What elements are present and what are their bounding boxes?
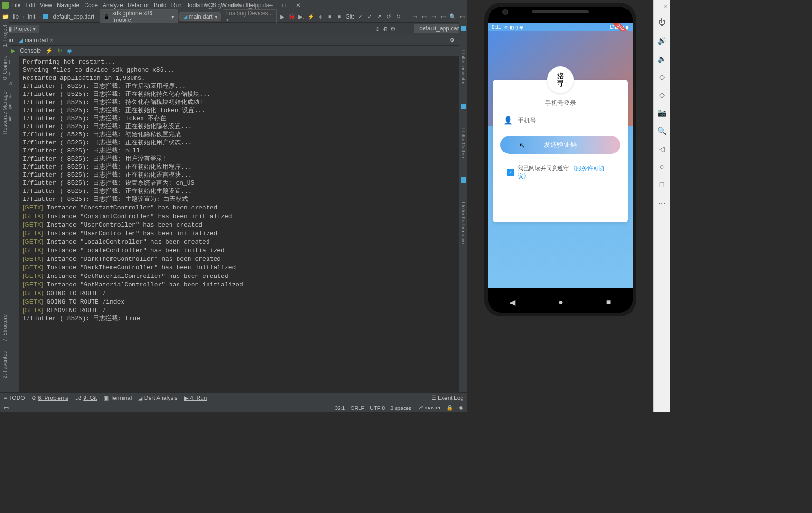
gear-icon[interactable]: ⚙ xyxy=(390,26,396,32)
settings-icon[interactable]: ▭ xyxy=(459,13,465,20)
strip-favorites[interactable]: 2: Favorites xyxy=(2,351,8,378)
layout-icon[interactable]: ▭ xyxy=(430,13,437,20)
emu-close[interactable]: ✕ xyxy=(664,4,668,9)
volume-icon[interactable]: 🔊 xyxy=(657,36,667,45)
run-tab-main[interactable]: ◢ main.dart × xyxy=(15,37,57,44)
inspector-icon[interactable]: ◉ xyxy=(459,405,463,411)
emu-min[interactable]: — xyxy=(656,4,661,9)
tab-problems[interactable]: ⊘ 6: Problems xyxy=(32,395,68,401)
flutter-icon[interactable] xyxy=(461,177,466,183)
tab-terminal[interactable]: ▣ Terminal xyxy=(104,395,132,401)
menu-view[interactable]: View xyxy=(40,2,52,9)
left-tool-strip: 1: Project 0: Commit Resource Manager 7:… xyxy=(0,22,9,392)
attach-icon[interactable]: ⎆ xyxy=(317,13,323,20)
strip-perf[interactable]: Flutter Performance xyxy=(461,202,466,244)
encoding[interactable]: UTF-8 xyxy=(370,405,385,411)
agree-checkbox[interactable]: ✓ xyxy=(507,169,514,176)
git-update-icon[interactable]: ✓ xyxy=(357,13,364,20)
strip-project[interactable]: 1: Project xyxy=(2,25,8,47)
hide-icon[interactable]: — xyxy=(398,26,404,32)
more-icon[interactable]: ⋯ xyxy=(657,198,667,208)
hot-reload-icon[interactable]: ⚡ xyxy=(307,13,314,20)
stop-icon[interactable]: ■ xyxy=(326,13,333,20)
flutter-icon[interactable] xyxy=(461,26,466,31)
tab-dart[interactable]: ◢ Dart Analysis xyxy=(138,395,177,401)
coverage-icon[interactable]: ▶. xyxy=(298,13,304,20)
home-icon[interactable]: ○ xyxy=(657,162,667,171)
menu-edit[interactable]: Edit xyxy=(25,2,35,9)
tab-todo[interactable]: ≡ TODO xyxy=(4,395,25,401)
avd-icon[interactable]: ▭ xyxy=(411,13,418,20)
indent[interactable]: 2 spaces xyxy=(390,405,411,411)
menu-code[interactable]: Code xyxy=(84,2,98,9)
menu-file[interactable]: FFileile xyxy=(11,2,20,9)
target-icon[interactable]: ⊙ xyxy=(375,26,380,32)
back-icon[interactable]: ◁ xyxy=(657,144,667,153)
console-tab[interactable]: Console xyxy=(20,48,41,54)
tab-git[interactable]: ⎇ 9: Git xyxy=(75,395,97,401)
run-icon[interactable]: ▶ xyxy=(279,13,285,20)
event-log[interactable]: ☰ Event Log xyxy=(431,395,463,401)
window-maximize[interactable]: □ xyxy=(277,2,291,9)
loading-devices[interactable]: Loading Devices... ▾ xyxy=(223,9,277,24)
console-output[interactable]: Performing hot restart... Syncing files … xyxy=(19,56,467,392)
phone-icon: 📱 xyxy=(103,13,110,20)
nav-home[interactable]: ● xyxy=(558,298,563,306)
agree-row: ✓ 我已阅读并同意遵守 《服务许可协议》 xyxy=(507,164,614,180)
phone-screen-container: 5:11 ⚙ ◧ ▯ ◉ LTE ◢ ▮ DEBUG 骆 寻 手机号登录 xyxy=(488,7,633,313)
nav-recents[interactable]: ■ xyxy=(606,298,611,306)
debug-icon[interactable]: 🐞 xyxy=(288,13,295,20)
nav-back[interactable]: ◀ xyxy=(510,298,515,307)
crumb-lib[interactable]: lib xyxy=(11,13,20,20)
run-config-select[interactable]: ◢ main.dart▾ xyxy=(179,12,221,21)
rerun-icon[interactable]: ▶ xyxy=(11,48,15,54)
strip-commit[interactable]: 0: Commit xyxy=(2,56,8,80)
rotate-right-icon[interactable]: ◇ xyxy=(657,90,667,99)
person-icon: 👤 xyxy=(503,116,513,125)
device-select[interactable]: 📱 sdk gphone x86 (mobile)▾ xyxy=(100,9,177,24)
phone-screen[interactable]: 5:11 ⚙ ◧ ▯ ◉ LTE ◢ ▮ DEBUG 骆 寻 手机号登录 xyxy=(488,23,633,288)
send-code-button[interactable]: 发送验证码 ↖ xyxy=(500,136,620,154)
menu-analyze[interactable]: Analyze xyxy=(103,2,123,9)
volume-down-icon[interactable]: 🔉 xyxy=(657,54,667,63)
lock-icon[interactable]: 🔒 xyxy=(446,405,453,411)
gear-icon[interactable]: ⚙ xyxy=(450,37,455,44)
git-history-icon[interactable]: ↺ xyxy=(386,13,392,20)
search-icon[interactable]: 🔍 xyxy=(449,13,456,20)
camera-icon[interactable]: 📷 xyxy=(657,108,667,117)
login-card: 骆 寻 手机号登录 👤 发送验证码 ↖ ✓ 我已阅读并同意遵守 《服务许可协议》 xyxy=(493,80,628,222)
tab-run[interactable]: ▶ 4: Run xyxy=(184,395,207,401)
devtools-icon[interactable]: ◉ xyxy=(67,48,72,54)
strip-resmgr[interactable]: Resource Manager xyxy=(2,90,8,134)
editor-tab[interactable]: default_app.dart xyxy=(414,24,464,34)
git-branch[interactable]: ⎇ master xyxy=(417,405,441,411)
power-icon[interactable]: ⏻ xyxy=(657,18,667,27)
overview-icon[interactable]: □ xyxy=(657,180,667,190)
menu-run[interactable]: Run xyxy=(171,2,182,9)
speaker xyxy=(532,10,589,13)
git-rollback-icon[interactable]: ↻ xyxy=(395,13,402,20)
status-icon[interactable]: ▭ xyxy=(4,405,9,411)
sdk-icon[interactable]: ▭ xyxy=(421,13,427,20)
git-push-icon[interactable]: ↗ xyxy=(376,13,383,20)
hot-reload-icon[interactable]: ⚡ xyxy=(46,48,53,54)
rotate-left-icon[interactable]: ◇ xyxy=(657,72,667,81)
menu-navigate[interactable]: Navigate xyxy=(57,2,79,9)
collapse-icon[interactable]: ⇵ xyxy=(383,26,387,32)
strip-outline[interactable]: Flutter Outline xyxy=(461,128,466,158)
phone-input[interactable] xyxy=(518,117,617,124)
line-sep[interactable]: CRLF xyxy=(350,405,364,411)
zoom-icon[interactable]: 🔍 xyxy=(657,126,667,135)
resource-icon[interactable]: ▭ xyxy=(440,13,446,20)
stop2-icon[interactable]: ■ xyxy=(336,13,342,20)
window-close[interactable]: ✕ xyxy=(291,2,305,9)
crumb-init[interactable]: init xyxy=(26,13,37,20)
hot-restart-icon[interactable]: ↻ xyxy=(57,48,62,54)
strip-structure[interactable]: 7: Structure xyxy=(2,314,8,342)
crumb-file[interactable]: default_app.dart xyxy=(51,13,96,20)
strip-inspector[interactable]: Flutter Inspector xyxy=(461,50,466,85)
flutter-icon[interactable] xyxy=(461,104,466,109)
menu-build[interactable]: Build xyxy=(154,2,167,9)
git-commit-icon[interactable]: ✓ xyxy=(367,13,373,20)
menu-refactor[interactable]: Refactor xyxy=(128,2,149,9)
